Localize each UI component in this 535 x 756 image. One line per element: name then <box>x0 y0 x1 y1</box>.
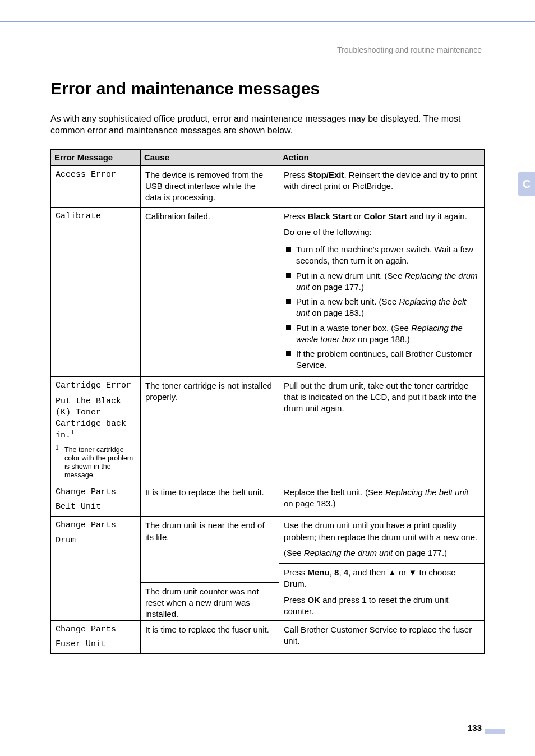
action-list: Turn off the machine's power switch. Wai… <box>284 242 479 373</box>
cause-cell: It is time to replace the belt unit. <box>141 483 279 517</box>
page-number-accent <box>485 729 505 734</box>
list-item: If the problem continues, call Brother C… <box>284 347 479 373</box>
action-text: Do one of the following: <box>284 227 479 238</box>
error-code: Cartridge Error <box>56 380 136 391</box>
error-code: Change Parts <box>56 487 136 498</box>
error-message-cell: Access Error <box>51 165 141 207</box>
error-code: Change Parts <box>56 520 136 531</box>
table-row: Change Parts Drum The drum unit is near … <box>51 517 485 620</box>
down-arrow-icon: ▼ <box>409 568 417 577</box>
action-cell: Pull out the drum unit, take out the ton… <box>279 376 485 483</box>
error-message-cell: Cartridge Error Put the Black (K) Toner … <box>51 376 141 483</box>
cause-cell: The drum unit is near the end of its lif… <box>141 517 279 620</box>
col-header-action: Action <box>279 149 485 165</box>
list-item: Put in a new drum unit. (See Replacing t… <box>284 269 479 295</box>
page-number: 133 <box>468 722 482 734</box>
action-cell: Call Brother Customer Service to replace… <box>279 620 485 654</box>
action-text: Press Stop/Exit. Reinsert the device and… <box>284 170 477 191</box>
list-item: Put in a new belt unit. (See Replacing t… <box>284 294 479 321</box>
col-header-cause: Cause <box>141 149 279 165</box>
error-message-cell: Change Parts Drum <box>51 517 141 620</box>
table-row: Cartridge Error Put the Black (K) Toner … <box>51 376 485 483</box>
action-text: Use the drum unit until you have a print… <box>284 520 479 543</box>
action-text: (See Replacing the drum unit on page 177… <box>284 547 479 559</box>
section-thumb: C <box>518 172 535 196</box>
table-row: Change Parts Fuser Unit It is time to re… <box>51 620 485 654</box>
error-code: Drum <box>56 535 136 546</box>
cause-cell: Calibration failed. <box>141 207 279 376</box>
error-message-cell: Change Parts Fuser Unit <box>51 620 141 654</box>
table-row: Calibrate Calibration failed. Press Blac… <box>51 207 485 376</box>
cause-text: The drum unit counter was not reset when… <box>141 582 279 624</box>
up-arrow-icon: ▲ <box>388 568 396 577</box>
error-code: Fuser Unit <box>56 639 136 650</box>
action-text: Press OK and press 1 to reset the drum u… <box>284 594 479 617</box>
error-messages-table: Error Message Cause Action Access Error … <box>50 149 485 654</box>
action-cell: Use the drum unit until you have a print… <box>279 517 485 620</box>
error-code: Change Parts <box>56 624 136 635</box>
action-text: Press Black Start or Color Start and try… <box>284 211 479 222</box>
list-item: Put in a waste toner box. (See Replacing… <box>284 321 479 347</box>
cause-cell: It is time to replace the fuser unit. <box>141 620 279 654</box>
action-cell: Press Stop/Exit. Reinsert the device and… <box>279 165 485 207</box>
cause-cell: The device is removed from the USB direc… <box>141 165 279 207</box>
cause-cell: The toner cartridge is not installed pro… <box>141 376 279 483</box>
action-cell: Replace the belt unit. (See Replacing th… <box>279 483 485 517</box>
table-row: Access Error The device is removed from … <box>51 165 485 207</box>
header-subtitle: Troubleshooting and routine maintenance <box>337 45 482 56</box>
error-code: Belt Unit <box>56 501 136 513</box>
error-code: Put the Black (K) Toner Cartridge back i… <box>56 396 136 441</box>
error-message-cell: Change Parts Belt Unit <box>51 483 141 517</box>
list-item: Turn off the machine's power switch. Wai… <box>284 242 479 269</box>
error-message-cell: Calibrate <box>51 207 141 376</box>
col-header-error-message: Error Message <box>51 149 141 165</box>
intro-paragraph: As with any sophisticated office product… <box>50 113 485 137</box>
action-text: Press Menu, 8, 4, and then ▲ or ▼ to cho… <box>284 567 479 590</box>
action-cell: Press Black Start or Color Start and try… <box>279 207 485 376</box>
cause-text: The drum unit is near the end of its lif… <box>145 520 274 543</box>
table-row: Change Parts Belt Unit It is time to rep… <box>51 483 485 517</box>
footnote: 1 The toner cartridge color with the pro… <box>56 446 136 480</box>
page-title: Error and maintenance messages <box>50 77 485 100</box>
